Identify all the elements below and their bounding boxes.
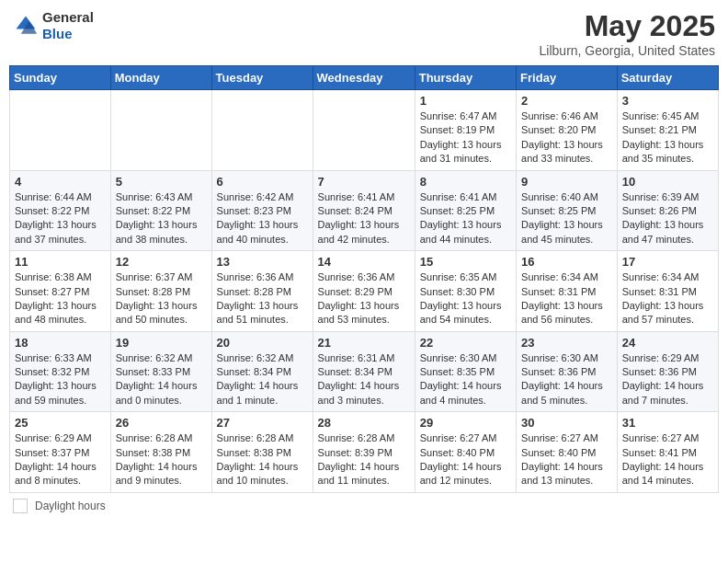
daylight-info: Daylight: 14 hours and 3 minutes.: [318, 380, 400, 405]
day-number: 16: [521, 255, 612, 269]
daylight-info: Daylight: 13 hours and 40 minutes.: [217, 219, 299, 244]
day-number: 23: [521, 336, 612, 350]
sunset-label: Sunset: 8:40 PM: [420, 447, 495, 458]
day-number: 10: [622, 175, 713, 189]
sunset-label: Sunset: 8:25 PM: [521, 205, 596, 216]
day-number: 17: [622, 255, 713, 269]
day-of-week-header: Monday: [110, 66, 211, 90]
day-info: Sunrise: 6:34 AM Sunset: 8:31 PM Dayligh…: [521, 270, 612, 327]
calendar-cell: 30 Sunrise: 6:27 AM Sunset: 8:40 PM Dayl…: [517, 412, 618, 493]
day-info: Sunrise: 6:27 AM Sunset: 8:40 PM Dayligh…: [521, 431, 612, 488]
sunrise-label: Sunrise: 6:38 AM: [15, 271, 92, 282]
day-number: 11: [15, 255, 106, 269]
calendar-cell: [211, 90, 313, 171]
sunset-label: Sunset: 8:23 PM: [217, 205, 291, 216]
day-number: 22: [420, 336, 511, 350]
sunrise-label: Sunrise: 6:43 AM: [116, 191, 193, 202]
daylight-info: Daylight: 14 hours and 13 minutes.: [521, 461, 603, 486]
day-number: 12: [116, 255, 207, 269]
day-number: 5: [116, 175, 207, 189]
calendar-cell: 6 Sunrise: 6:42 AM Sunset: 8:23 PM Dayli…: [211, 170, 313, 251]
daylight-info: Daylight: 13 hours and 35 minutes.: [622, 139, 704, 164]
sunset-label: Sunset: 8:24 PM: [318, 205, 392, 216]
sunset-label: Sunset: 8:25 PM: [420, 205, 495, 216]
sunset-label: Sunset: 8:32 PM: [15, 366, 89, 377]
sunrise-label: Sunrise: 6:46 AM: [521, 110, 598, 121]
sunrise-label: Sunrise: 6:28 AM: [116, 432, 193, 443]
calendar-cell: 13 Sunrise: 6:36 AM Sunset: 8:28 PM Dayl…: [211, 251, 313, 332]
month-year: May 2025: [540, 9, 715, 43]
sunrise-label: Sunrise: 6:37 AM: [116, 271, 193, 282]
sunrise-label: Sunrise: 6:29 AM: [15, 432, 92, 443]
daylight-info: Daylight: 13 hours and 33 minutes.: [521, 139, 603, 164]
day-info: Sunrise: 6:41 AM Sunset: 8:24 PM Dayligh…: [318, 190, 410, 247]
sunrise-label: Sunrise: 6:28 AM: [318, 432, 395, 443]
footer: Daylight hours: [9, 499, 719, 513]
daylight-info: Daylight: 14 hours and 4 minutes.: [420, 380, 502, 405]
day-number: 29: [420, 416, 511, 430]
calendar-cell: 26 Sunrise: 6:28 AM Sunset: 8:38 PM Dayl…: [110, 412, 211, 493]
calendar-cell: 29 Sunrise: 6:27 AM Sunset: 8:40 PM Dayl…: [415, 412, 516, 493]
day-of-week-header: Sunday: [10, 66, 111, 90]
day-info: Sunrise: 6:42 AM Sunset: 8:23 PM Dayligh…: [217, 190, 308, 247]
day-info: Sunrise: 6:39 AM Sunset: 8:26 PM Dayligh…: [622, 190, 713, 247]
day-number: 18: [15, 336, 106, 350]
daylight-info: Daylight: 14 hours and 0 minutes.: [116, 380, 198, 405]
day-number: 26: [116, 416, 207, 430]
calendar-cell: [110, 90, 211, 171]
daylight-info: Daylight: 13 hours and 56 minutes.: [521, 300, 603, 325]
sunset-label: Sunset: 8:38 PM: [116, 447, 190, 458]
daylight-info: Daylight: 13 hours and 45 minutes.: [521, 219, 603, 244]
day-info: Sunrise: 6:46 AM Sunset: 8:20 PM Dayligh…: [521, 109, 612, 167]
calendar-header-row: SundayMondayTuesdayWednesdayThursdayFrid…: [10, 66, 719, 90]
daylight-info: Daylight: 14 hours and 14 minutes.: [622, 461, 704, 486]
calendar-cell: 22 Sunrise: 6:30 AM Sunset: 8:35 PM Dayl…: [415, 331, 516, 412]
calendar-cell: 19 Sunrise: 6:32 AM Sunset: 8:33 PM Dayl…: [110, 331, 211, 412]
day-number: 31: [622, 416, 713, 430]
sunset-label: Sunset: 8:41 PM: [622, 447, 697, 458]
daylight-info: Daylight: 13 hours and 38 minutes.: [116, 219, 198, 244]
sunset-label: Sunset: 8:40 PM: [521, 447, 596, 458]
day-info: Sunrise: 6:35 AM Sunset: 8:30 PM Dayligh…: [420, 270, 511, 327]
day-info: Sunrise: 6:29 AM Sunset: 8:37 PM Dayligh…: [15, 431, 106, 488]
sunset-label: Sunset: 8:30 PM: [420, 286, 495, 297]
daylight-info: Daylight: 14 hours and 7 minutes.: [622, 380, 704, 405]
calendar-cell: 27 Sunrise: 6:28 AM Sunset: 8:38 PM Dayl…: [211, 412, 313, 493]
calendar-week-row: 25 Sunrise: 6:29 AM Sunset: 8:37 PM Dayl…: [10, 412, 719, 493]
sunrise-label: Sunrise: 6:36 AM: [318, 271, 395, 282]
sunrise-label: Sunrise: 6:27 AM: [521, 432, 598, 443]
day-info: Sunrise: 6:30 AM Sunset: 8:36 PM Dayligh…: [521, 351, 612, 408]
sunrise-label: Sunrise: 6:27 AM: [622, 432, 700, 443]
day-info: Sunrise: 6:36 AM Sunset: 8:28 PM Dayligh…: [217, 270, 308, 327]
day-info: Sunrise: 6:33 AM Sunset: 8:32 PM Dayligh…: [15, 351, 106, 408]
day-info: Sunrise: 6:47 AM Sunset: 8:19 PM Dayligh…: [420, 109, 511, 167]
calendar-week-row: 18 Sunrise: 6:33 AM Sunset: 8:32 PM Dayl…: [10, 331, 719, 412]
day-number: 6: [217, 175, 308, 189]
day-info: Sunrise: 6:44 AM Sunset: 8:22 PM Dayligh…: [15, 190, 106, 247]
calendar-cell: 16 Sunrise: 6:34 AM Sunset: 8:31 PM Dayl…: [517, 251, 618, 332]
day-of-week-header: Friday: [517, 66, 618, 90]
day-info: Sunrise: 6:38 AM Sunset: 8:27 PM Dayligh…: [15, 270, 106, 327]
daylight-info: Daylight: 14 hours and 5 minutes.: [521, 380, 603, 405]
day-number: 9: [521, 175, 612, 189]
day-info: Sunrise: 6:45 AM Sunset: 8:21 PM Dayligh…: [622, 109, 713, 167]
logo-general-text: General: [42, 9, 94, 25]
day-number: 27: [217, 416, 308, 430]
sunset-label: Sunset: 8:27 PM: [15, 286, 89, 297]
day-info: Sunrise: 6:30 AM Sunset: 8:35 PM Dayligh…: [420, 351, 511, 408]
sunrise-label: Sunrise: 6:44 AM: [15, 191, 92, 202]
day-info: Sunrise: 6:34 AM Sunset: 8:31 PM Dayligh…: [622, 270, 713, 327]
day-number: 21: [318, 336, 410, 350]
daylight-info: Daylight: 14 hours and 10 minutes.: [217, 461, 299, 486]
daylight-info: Daylight: 13 hours and 54 minutes.: [420, 300, 502, 325]
day-info: Sunrise: 6:29 AM Sunset: 8:36 PM Dayligh…: [622, 351, 713, 408]
sunset-label: Sunset: 8:31 PM: [622, 286, 697, 297]
calendar-cell: 1 Sunrise: 6:47 AM Sunset: 8:19 PM Dayli…: [415, 90, 516, 171]
sunrise-label: Sunrise: 6:33 AM: [15, 352, 92, 363]
sunset-label: Sunset: 8:34 PM: [217, 366, 291, 377]
calendar-cell: 14 Sunrise: 6:36 AM Sunset: 8:29 PM Dayl…: [313, 251, 415, 332]
calendar-cell: 12 Sunrise: 6:37 AM Sunset: 8:28 PM Dayl…: [110, 251, 211, 332]
daylight-info: Daylight: 13 hours and 57 minutes.: [622, 300, 704, 325]
day-number: 7: [318, 175, 410, 189]
calendar-week-row: 11 Sunrise: 6:38 AM Sunset: 8:27 PM Dayl…: [10, 251, 719, 332]
